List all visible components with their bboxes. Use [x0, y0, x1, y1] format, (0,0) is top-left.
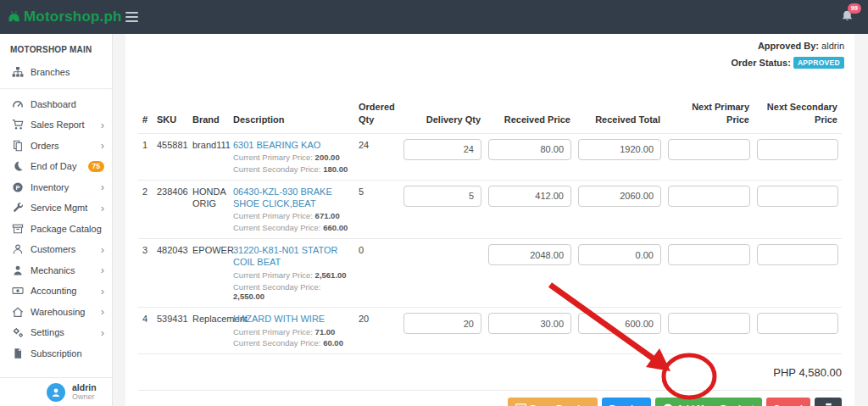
sidebar-item-label: End of Day	[31, 161, 76, 171]
table-row: 4 539431 Replacement HAZARD WITH WIRE Cu…	[138, 308, 842, 354]
user-role: Owner	[72, 392, 97, 401]
app-logo[interactable]: Motorshop.ph	[0, 0, 113, 34]
sidebar-item-label: Package Catalog	[31, 224, 102, 234]
col-header-sku: SKU	[153, 97, 188, 133]
sidebar-item-service-mgmt[interactable]: Service Mgmt ›	[0, 197, 112, 219]
orders-icon	[11, 140, 24, 152]
col-header-delivery-qty: Delivery Qty	[400, 97, 485, 133]
ordered-qty-value: 5	[354, 180, 400, 238]
next-secondary-price-input[interactable]	[757, 139, 838, 160]
row-number: 3	[138, 239, 153, 308]
table-row: 3 482043 EPOWER 31220-K81-N01 STATOR COI…	[138, 239, 842, 308]
product-link[interactable]: 6301 BEARING KAO	[233, 139, 320, 151]
next-secondary-price-input[interactable]	[757, 244, 838, 265]
received-price-input[interactable]	[488, 244, 571, 265]
approved-by-value: aldrin	[821, 41, 844, 51]
current-primary-price-value: 71.00	[315, 327, 336, 336]
cancel-button[interactable]: Cancel	[766, 398, 810, 406]
delivery-qty-input[interactable]	[403, 186, 481, 207]
sidebar-item-inventory[interactable]: P Inventory ›	[0, 177, 112, 198]
delivery-qty-empty-cell	[400, 239, 485, 308]
product-link[interactable]: 31220-K81-N01 STATOR COIL BEAT	[233, 244, 350, 269]
row-description-cell: HAZARD WITH WIRE Current Primary Price: …	[229, 308, 354, 354]
next-secondary-price-input[interactable]	[757, 313, 838, 334]
current-primary-price-label: Current Primary Price:	[233, 270, 313, 280]
notification-count-badge: 99	[848, 3, 861, 14]
current-primary-price-line: Current Primary Price: 200.00	[233, 153, 350, 163]
col-header-num: #	[138, 97, 153, 133]
order-status-line: Order Status: APPROVED	[732, 57, 844, 69]
current-secondary-price-line: Current Seconday Price: 2,550.00	[233, 282, 350, 303]
current-secondary-price-label: Current Seconday Price:	[233, 223, 321, 232]
user-name: aldrin	[72, 382, 97, 392]
chevron-right-icon: ›	[101, 306, 104, 317]
receive-button[interactable]: Receive	[602, 398, 651, 406]
sidebar-item-accounting[interactable]: Accounting ›	[0, 281, 112, 302]
top-header-bar: Motorshop.ph 99	[0, 0, 868, 34]
delivery-qty-input[interactable]	[403, 139, 481, 160]
print-button[interactable]	[815, 398, 842, 406]
sidebar-item-end-of-day[interactable]: End of Day 75	[0, 156, 112, 177]
received-price-input[interactable]	[488, 186, 571, 207]
user-avatar	[47, 383, 65, 402]
sidebar-item-sales-report[interactable]: Sales Report ›	[0, 114, 112, 136]
document-icon	[11, 348, 24, 359]
printer-icon	[823, 403, 834, 406]
chevron-right-icon: ›	[101, 140, 104, 151]
order-status-label: Order Status:	[732, 58, 791, 68]
received-price-input[interactable]	[488, 313, 571, 334]
sidebar-item-label: Accounting	[31, 286, 76, 296]
next-secondary-price-input[interactable]	[757, 186, 838, 207]
received-total-input[interactable]	[578, 139, 661, 160]
sidebar-item-orders[interactable]: Orders ›	[0, 136, 112, 157]
table-row: 1 455881 brand111 6301 BEARING KAO Curre…	[138, 133, 842, 180]
sidebar-item-mechanics[interactable]: Mechanics ›	[0, 260, 112, 281]
col-header-next-secondary: Next Secondary Price	[754, 97, 842, 133]
col-header-received-total: Received Total	[575, 97, 665, 133]
dashboard-icon	[11, 98, 24, 110]
next-primary-price-input[interactable]	[668, 186, 750, 207]
customer-icon	[11, 243, 24, 255]
sidebar-item-subscription[interactable]: Subscription	[0, 343, 112, 364]
notifications-button[interactable]: 99	[840, 8, 854, 24]
next-primary-price-input[interactable]	[668, 139, 750, 160]
add-more-product-button[interactable]: Add More Product	[655, 398, 762, 406]
warehouse-icon	[11, 306, 24, 318]
chevron-right-icon: ›	[101, 120, 104, 131]
sidebar-item-dashboard[interactable]: Dashboard	[0, 94, 112, 115]
sidebar-toggle-button[interactable]	[125, 12, 138, 22]
chevron-right-icon: ›	[101, 286, 104, 297]
product-link[interactable]: HAZARD WITH WIRE	[233, 313, 325, 325]
sidebar-user-panel[interactable]: aldrin Owner	[0, 377, 112, 406]
received-total-input[interactable]	[578, 244, 661, 265]
order-meta: Approved By: aldrin Order Status: APPROV…	[732, 41, 844, 75]
wrench-icon	[11, 202, 24, 214]
pay-receive-button[interactable]: Pay + Receive	[508, 398, 598, 406]
sidebar-item-label: Service Mgmt	[31, 203, 87, 213]
row-brand: EPOWER	[188, 239, 229, 308]
sidebar-item-warehousing[interactable]: Warehousing ›	[0, 302, 112, 323]
sidebar-item-settings[interactable]: Settings ›	[0, 322, 112, 343]
status-badge: APPROVED	[793, 57, 844, 69]
sidebar-item-label: Subscription	[31, 348, 82, 359]
product-link[interactable]: 06430-KZL-930 BRAKE SHOE CLICK,BEAT	[233, 186, 350, 210]
received-price-input[interactable]	[488, 139, 571, 160]
sidebar-item-label: Warehousing	[31, 307, 85, 317]
current-primary-price-label: Current Primary Price:	[233, 327, 313, 336]
received-total-input[interactable]	[578, 186, 661, 207]
row-sku: 455881	[153, 133, 188, 180]
delivery-qty-input[interactable]	[403, 313, 481, 334]
chevron-right-icon: ›	[101, 244, 104, 255]
current-secondary-price-label: Current Seconday Price:	[233, 164, 321, 174]
current-secondary-price-line: Current Seconday Price: 60.00	[233, 338, 350, 348]
ordered-qty-value: 24	[354, 133, 400, 180]
sidebar-item-branches[interactable]: Branches	[0, 62, 112, 83]
sidebar-item-package-catalog[interactable]: Package Catalog	[0, 219, 112, 240]
sidebar-item-label: Settings	[31, 327, 64, 337]
sidebar-item-customers[interactable]: Customers ›	[0, 239, 112, 260]
next-primary-price-input[interactable]	[668, 313, 750, 334]
next-primary-price-input[interactable]	[668, 244, 750, 265]
current-primary-price-label: Current Primary Price:	[233, 211, 313, 220]
sitemap-icon	[11, 66, 24, 78]
received-total-input[interactable]	[578, 313, 661, 334]
